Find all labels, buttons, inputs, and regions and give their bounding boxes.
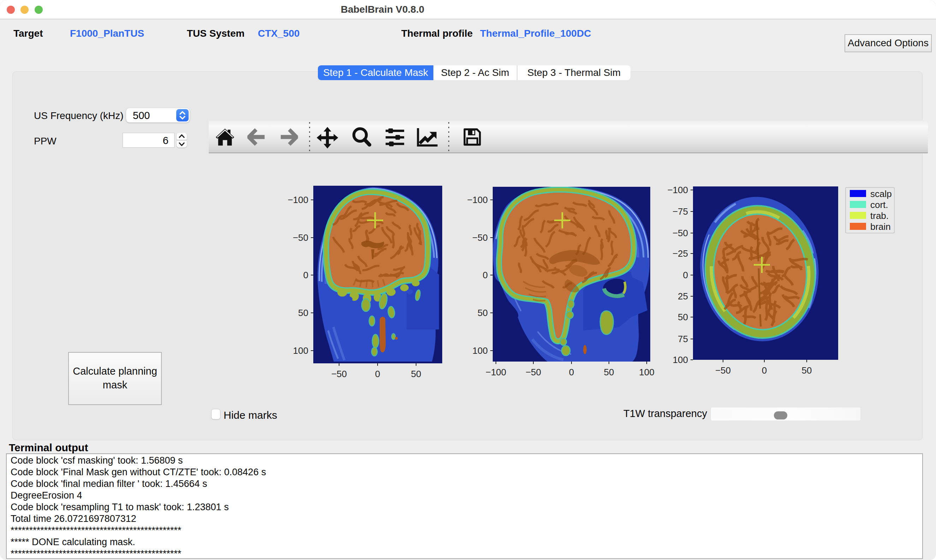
- svg-text:−100: −100: [667, 185, 688, 195]
- svg-text:50: 50: [604, 367, 614, 377]
- svg-text:50: 50: [802, 365, 812, 376]
- svg-text:25: 25: [678, 291, 688, 302]
- svg-text:−100: −100: [486, 367, 506, 377]
- svg-text:−50: −50: [673, 228, 688, 238]
- svg-text:100: 100: [639, 367, 654, 377]
- svg-text:0: 0: [683, 270, 688, 280]
- svg-text:100: 100: [673, 354, 688, 365]
- svg-text:−50: −50: [293, 232, 308, 243]
- svg-text:−50: −50: [526, 367, 541, 377]
- svg-text:50: 50: [411, 369, 421, 379]
- svg-text:100: 100: [473, 345, 488, 356]
- svg-text:−50: −50: [331, 369, 347, 379]
- svg-text:−100: −100: [467, 195, 488, 205]
- svg-text:0: 0: [569, 367, 574, 377]
- svg-text:0: 0: [762, 365, 767, 376]
- svg-text:−100: −100: [288, 195, 308, 205]
- svg-text:−50: −50: [715, 365, 731, 376]
- svg-text:−50: −50: [472, 232, 488, 243]
- svg-text:−75: −75: [673, 206, 688, 217]
- svg-text:100: 100: [293, 345, 308, 356]
- svg-text:0: 0: [483, 270, 488, 280]
- svg-text:50: 50: [477, 308, 488, 318]
- svg-text:75: 75: [678, 334, 688, 344]
- svg-text:−25: −25: [673, 248, 688, 259]
- svg-text:50: 50: [678, 312, 688, 322]
- svg-text:50: 50: [298, 308, 308, 318]
- svg-text:0: 0: [303, 270, 308, 280]
- svg-text:0: 0: [375, 369, 380, 379]
